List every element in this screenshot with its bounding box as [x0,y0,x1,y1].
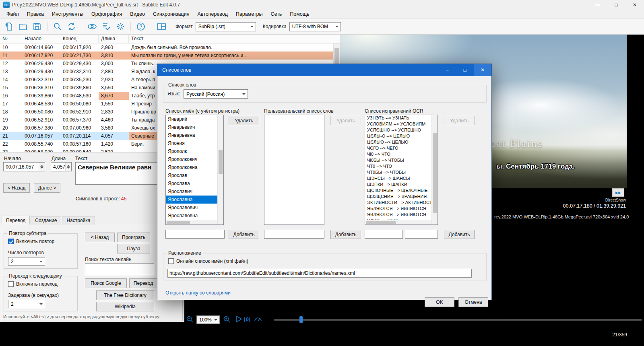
spell-check-icon[interactable] [101,21,112,32]
menu-item[interactable]: Инструменты [48,10,87,18]
names-hscrollbar[interactable] [166,220,217,224]
search-online-input[interactable] [85,263,154,275]
names-delete-button[interactable]: Удалить [229,116,259,125]
zoom-out-icon[interactable] [186,315,194,323]
wikipedia-button[interactable]: Wikipedia [96,302,154,311]
tab-translate[interactable]: Перевод [2,216,30,224]
names-list-item[interactable]: Ярославовна [166,212,223,220]
free-dictionary-button[interactable]: The Free Dictionary [96,290,154,300]
ocr-hscrollbar[interactable] [365,220,431,224]
menu-item[interactable]: Параметры [232,10,267,18]
cancel-button[interactable]: Отмена [458,297,488,307]
names-list-item[interactable]: Январьевна [166,131,223,139]
names-list-item[interactable]: Ярополкович [166,155,223,163]
ocr-replacement-input[interactable] [405,230,438,239]
menu-item[interactable]: Помощь [286,10,313,18]
tab-create[interactable]: Создание [31,216,61,225]
names-list-item[interactable]: Ярополковна [166,163,223,171]
dialog-maximize-button[interactable]: □ [456,64,474,76]
spinner-arrows-icon[interactable] [39,163,45,171]
names-list-item[interactable]: Январьевич [166,123,223,131]
next-subtitle-button[interactable]: Далее > [34,183,60,193]
names-list-item[interactable]: Январий [166,115,223,123]
user-words-add-button[interactable]: Добавить [330,230,361,239]
previous-subtitle-button[interactable]: < Назад [3,183,30,193]
advance-checkbox-row[interactable]: Включить переход [8,281,58,287]
ocr-fix-item[interactable]: УЗНЭТЬ --> УЗНАТЬ [365,115,438,121]
pause-button[interactable]: Пауза [117,244,150,253]
spinner-arrows-icon[interactable] [65,163,71,171]
language-combo[interactable]: Русский (Россия) [184,89,248,99]
ocr-fix-item[interactable]: Чі0БЫ --> ЧТОБЫ [365,157,438,163]
zoom-in-icon[interactable] [223,315,231,323]
names-list-item[interactable]: Ярополк [166,147,223,155]
encoding-combo[interactable]: UTF-8 with BOM [289,22,341,31]
names-scrollbar[interactable] [217,115,223,224]
ocr-scrollbar[interactable] [431,115,438,224]
column-header[interactable]: Длина [99,35,129,43]
ocr-fix-item[interactable]: ЯБЛЯЮТСЯ --> ЯВЛЯЮТСЯ [365,206,438,212]
ocr-fix-item[interactable]: ЩЄІІОЧНЫЕ --> ЩЕЛОЧНЫЕ [365,187,438,194]
play-button[interactable]: Проиграть [117,233,150,242]
ocr-fix-item[interactable]: ЩЗЗЩЄНИЯ --> ВРАЩЕНИЯ [365,194,438,200]
ocr-fix-item[interactable]: ШЭПКИ --> ШАПКИ [365,181,438,187]
ocr-word-input[interactable] [365,230,403,239]
ocr-delete-button[interactable]: Удалить [444,116,475,125]
replace-icon[interactable] [66,21,77,32]
ocr-fix-item[interactable]: ЧТ0БЫ --> ЧТОБЫ [365,169,438,175]
user-words-listbox[interactable] [264,115,324,225]
column-header[interactable]: Конец [60,35,99,43]
menu-item[interactable]: Видео [126,10,149,18]
online-names-checkbox-row[interactable]: Онлайн список имён (xml файл) [168,258,248,264]
repeat-checkbox-row[interactable]: Включить повтор [8,239,54,244]
help-icon[interactable] [135,21,147,32]
column-header[interactable]: № [0,35,22,43]
scrollbar-thumb[interactable] [219,150,223,174]
names-list-item[interactable]: Япония [166,139,223,147]
scrollbar-thumb[interactable] [366,221,396,224]
back-button[interactable]: < Назад [85,233,115,242]
scrollbar-thumb[interactable] [167,221,190,224]
ocr-fix-item[interactable]: Чі0 --> ЧТО [365,151,438,157]
subtitle-row[interactable]: 1000:06:14,96000:06:17,9202,960Дождь был… [0,43,333,51]
ocr-fix-item[interactable]: ЯВЛЯЮТСЯ --> ЯВЛЯЮТСЯ [365,212,438,218]
advance-checkbox[interactable] [8,281,14,287]
seek-slider-thumb[interactable] [299,316,303,323]
play-icon[interactable] [234,315,243,323]
names-list-item[interactable]: Ярославович [166,204,223,212]
ok-button[interactable]: OK [425,297,454,307]
menu-item[interactable]: Синхронизация [149,10,194,18]
repeat-count-combo[interactable]: 2 [8,257,45,266]
ocr-fix-item[interactable]: ШЭНСЫ --> ШАНСЫ [365,175,438,181]
settings-gear-icon[interactable] [115,21,126,32]
save-icon[interactable] [31,21,43,32]
user-words-delete-button[interactable]: Удалить [330,116,361,125]
subtitle-row[interactable]: 1100:06:17,92000:06:21,7303,810Мы ползли… [0,51,333,60]
new-file-icon[interactable] [3,21,14,32]
ocr-fix-item[interactable]: УСЛОВИЯМ --> УСЛОВИЯМ [365,121,438,127]
column-header[interactable]: Текст [129,35,340,43]
repeat-checkbox[interactable] [8,239,14,244]
menu-item[interactable]: Орфография [87,10,126,18]
dialog-close-button[interactable]: ✕ [474,64,491,76]
ocr-fix-item[interactable]: ЦЄЛЬЮ --> ЦЕЛЬЮ [365,139,438,145]
minimize-button[interactable]: — [588,0,607,10]
names-list-item[interactable]: Ярославна [166,196,223,204]
ocr-fix-item[interactable]: ЧТ0 --> ЧТО [365,163,438,169]
names-url-input[interactable] [167,269,472,278]
tab-adjust[interactable]: Настройка [62,216,95,225]
translate-button[interactable]: Перевод [129,278,157,288]
close-button[interactable]: ✕ [625,0,644,10]
user-words-add-input[interactable] [264,230,324,239]
scrollbar-thumb[interactable] [433,133,437,213]
ocr-add-button[interactable]: Добавить [444,230,475,239]
layout-icon[interactable] [156,21,167,32]
seek-slider-track[interactable] [274,319,642,321]
duration-spinner[interactable]: 4,057 [51,162,72,171]
maximize-button[interactable]: □ [607,0,625,10]
visual-sync-icon[interactable] [87,21,98,32]
start-time-spinner[interactable]: 00:07:16,057 [3,162,45,171]
menu-item[interactable]: Файл [2,10,23,18]
ocr-fix-item[interactable]: УСПЄШНО --> УСПЕШНО [365,127,438,133]
menu-item[interactable]: Сеть [266,10,286,18]
